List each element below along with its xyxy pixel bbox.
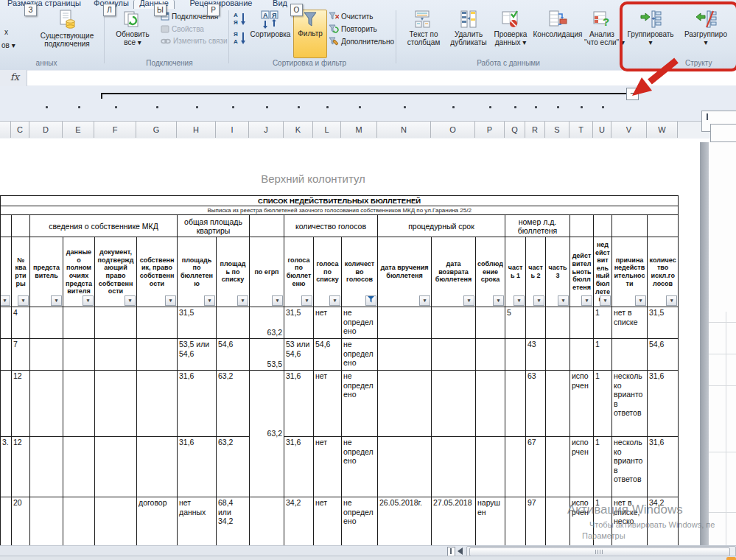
table-cell[interactable] <box>30 437 63 497</box>
filter-dropdown-button[interactable]: ▾ <box>581 295 592 306</box>
table-cell[interactable] <box>546 371 570 437</box>
table-cell[interactable]: 27.05.2018 <box>432 497 476 546</box>
remove-duplicates-button[interactable]: Удалить дубликаты <box>449 10 488 58</box>
table-cell[interactable] <box>95 371 137 437</box>
column-header-T[interactable]: T <box>569 122 593 138</box>
filter-dropdown-button[interactable]: ▾ <box>18 295 29 306</box>
table-cell[interactable]: 31,6 <box>648 437 679 497</box>
table-cell[interactable]: 1 <box>594 339 612 371</box>
scroll-left-arrow[interactable] <box>458 547 463 555</box>
column-header-E[interactable]: E <box>63 122 94 138</box>
table-cell[interactable]: 63,2 <box>217 437 250 497</box>
table-cell[interactable] <box>137 307 178 339</box>
edit-links-button[interactable]: Изменить связи <box>161 37 228 46</box>
sort-desc-button[interactable]: ЯА <box>233 30 248 48</box>
filter-dropdown-button[interactable]: ▾ <box>514 295 525 306</box>
filter-dropdown-button[interactable]: ▾ <box>272 295 283 306</box>
table-cell[interactable] <box>546 437 570 497</box>
table-cell[interactable]: 12 <box>12 371 30 437</box>
table-cell[interactable]: не определено <box>342 307 378 339</box>
filter-dropdown-button[interactable]: ▾ <box>204 295 215 306</box>
filter-dropdown-button[interactable]: ▾ <box>165 295 176 306</box>
table-cell[interactable] <box>432 437 476 497</box>
table-cell[interactable]: 20 <box>12 497 30 546</box>
table-cell[interactable]: 34,2 <box>648 497 679 546</box>
column-header-J[interactable]: J <box>249 122 284 138</box>
filter-dropdown-button[interactable]: ▾ <box>635 295 646 306</box>
table-cell[interactable] <box>137 371 178 437</box>
table-cell[interactable] <box>137 437 178 497</box>
table-cell[interactable]: не определено <box>342 371 378 437</box>
table-cell[interactable] <box>63 437 95 497</box>
table-cell[interactable]: договор <box>137 497 178 546</box>
table-cell[interactable]: 97 <box>526 497 546 546</box>
table-cell[interactable]: 63,2 <box>217 371 250 437</box>
table-cell[interactable]: 31,5 <box>178 307 217 339</box>
filter-dropdown-button[interactable]: ▾ <box>463 295 474 306</box>
table-cell[interactable]: нет <box>314 437 342 497</box>
table-cell[interactable]: 53,5 или 54,6 <box>178 339 217 371</box>
table-cell[interactable]: 4 <box>12 307 30 339</box>
filter-dropdown-button[interactable]: ▾ <box>558 295 569 306</box>
table-cell[interactable] <box>570 307 594 339</box>
table-cell[interactable] <box>505 339 526 371</box>
table-cell[interactable]: 31,5 <box>648 307 679 339</box>
refresh-all-button[interactable]: Обновить все ▾ <box>108 10 158 58</box>
table-cell[interactable]: 31,6 <box>284 437 314 497</box>
table-cell[interactable] <box>378 307 432 339</box>
table-cell[interactable]: нет <box>314 371 342 437</box>
table-cell[interactable]: 63,4 <box>250 497 284 546</box>
view-mode-button[interactable] <box>726 557 736 560</box>
table-cell[interactable]: несколько вриантов ответов <box>612 371 648 437</box>
column-header-P[interactable]: P <box>475 122 505 138</box>
ribbon-tab-Разметка страницы[interactable]: Разметка страницы <box>2 0 86 9</box>
table-cell[interactable]: 53 или 54,6 <box>284 339 314 371</box>
table-cell[interactable] <box>378 437 432 497</box>
table-cell[interactable] <box>95 497 137 546</box>
table-cell[interactable] <box>612 339 648 371</box>
table-cell[interactable]: испорчен <box>570 371 594 437</box>
filter-dropdown-button[interactable]: ▾ <box>600 295 611 306</box>
column-header-N[interactable]: N <box>377 122 431 138</box>
table-cell[interactable]: 63,2 <box>250 307 284 339</box>
table-cell[interactable]: испорчен <box>570 497 594 546</box>
table-cell[interactable]: 1 <box>594 437 612 497</box>
table-cell[interactable]: нарушен <box>476 497 505 546</box>
advanced-filter-button[interactable]: Дополнительно <box>329 37 394 47</box>
table-cell[interactable]: не определено <box>342 339 378 371</box>
table-cell[interactable]: несколько вриантов ответов <box>612 437 648 497</box>
table-cell[interactable] <box>1 371 12 437</box>
clear-filter-button[interactable]: ✕Очистить <box>329 12 374 22</box>
table-cell[interactable] <box>63 371 95 437</box>
table-cell[interactable] <box>30 497 63 546</box>
column-header-U[interactable]: U <box>593 122 611 138</box>
table-cell[interactable] <box>378 371 432 437</box>
what-if-button[interactable]: ? Анализ "что если" ▾ <box>584 10 620 58</box>
column-header-O[interactable]: O <box>431 122 475 138</box>
table-cell[interactable] <box>546 497 570 546</box>
table-cell[interactable] <box>546 307 570 339</box>
table-cell[interactable]: 7 <box>12 339 30 371</box>
table-cell[interactable]: 34,2 <box>284 497 314 546</box>
table-cell[interactable]: нет в списке, неско <box>612 497 648 546</box>
column-header-G[interactable]: G <box>136 122 177 138</box>
filter-dropdown-button[interactable]: ▾ <box>419 295 430 306</box>
column-header-Q[interactable]: Q <box>505 122 525 138</box>
table-cell[interactable] <box>1 497 12 546</box>
filter-dropdown-button[interactable]: ▾ <box>329 295 340 306</box>
consolidate-button[interactable]: Консолидация <box>532 10 583 58</box>
table-cell[interactable]: нет <box>314 307 342 339</box>
filter-dropdown-button[interactable]: ▾ <box>301 295 312 306</box>
table-cell[interactable]: 54,6 <box>217 339 250 371</box>
filter-dropdown-button[interactable]: ▾ <box>666 295 677 306</box>
column-header-C[interactable]: C <box>11 122 29 138</box>
table-cell[interactable]: 12 <box>12 437 30 497</box>
table-cell[interactable]: 63,2 <box>250 371 284 497</box>
filter-dropdown-button[interactable]: ▾ <box>51 295 62 306</box>
table-cell[interactable] <box>63 339 95 371</box>
table-cell[interactable] <box>476 307 505 339</box>
table-cell[interactable]: 1 <box>594 497 612 546</box>
table-cell[interactable]: испорчен <box>570 437 594 497</box>
table-cell[interactable] <box>95 339 137 371</box>
table-cell[interactable] <box>505 437 526 497</box>
